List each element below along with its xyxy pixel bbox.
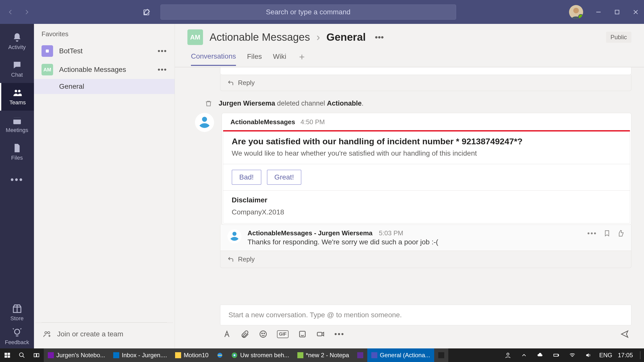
message-item: ActionableMessages 4:50 PM Are you satis…: [195, 113, 631, 225]
add-tab-icon[interactable]: ＋: [297, 51, 306, 67]
channel-main: AM Actionable Messages › General ••• Pub…: [175, 24, 644, 348]
show-desktop[interactable]: [640, 351, 640, 359]
message-card: ActionableMessages 4:50 PM Are you satis…: [222, 113, 631, 225]
input-language[interactable]: ENG: [599, 352, 612, 359]
taskbar-search[interactable]: [15, 348, 29, 362]
tab-conversations[interactable]: Conversations: [191, 52, 236, 66]
rail-feedback[interactable]: Feedback: [0, 325, 34, 348]
join-create-team[interactable]: Join or create a team: [35, 323, 173, 348]
taskbar-app-ie[interactable]: [213, 348, 227, 362]
window-close-icon[interactable]: [632, 9, 639, 15]
nav-forward-icon[interactable]: [24, 9, 30, 15]
taskbar-app-notepadpp[interactable]: *new 2 - Notepa: [293, 348, 353, 362]
bot-avatar-icon: [197, 115, 212, 130]
meetnow-icon[interactable]: [316, 330, 325, 338]
rail-label: Store: [10, 315, 24, 322]
taskview-icon: [33, 352, 40, 358]
window-maximize-icon[interactable]: [614, 9, 620, 15]
bookmark-icon[interactable]: [603, 230, 611, 237]
windows-taskbar: Jurgen's Notebo... Inbox - Jurgen.... Mo…: [0, 348, 644, 362]
compose-icon[interactable]: [143, 8, 150, 16]
compose-input[interactable]: Start a new conversation. Type @ to ment…: [220, 305, 631, 325]
tray-chevron-icon[interactable]: [519, 348, 529, 362]
tab-files[interactable]: Files: [247, 53, 262, 65]
clock[interactable]: 17:05: [618, 352, 633, 359]
system-text: deleted channel: [275, 100, 327, 107]
reply-arrow-icon: [227, 80, 234, 86]
taskbar-app-vs[interactable]: [353, 348, 367, 362]
team-more-icon[interactable]: •••: [157, 65, 167, 74]
format-icon[interactable]: [223, 330, 231, 338]
emoji-icon[interactable]: [259, 330, 267, 338]
taskbar-app-outlook[interactable]: Inbox - Jurgen....: [109, 348, 171, 362]
svg-point-7: [18, 90, 21, 92]
rail-activity[interactable]: Activity: [0, 28, 34, 55]
taskbar-app-teams[interactable]: General (Actiona...: [367, 348, 434, 362]
store-icon: [12, 304, 22, 314]
like-icon[interactable]: [617, 230, 624, 237]
team-initials: AM: [43, 67, 51, 73]
svg-rect-9: [13, 117, 21, 119]
attach-icon[interactable]: [241, 330, 249, 338]
people-icon[interactable]: [503, 348, 513, 362]
message-time: 4:50 PM: [300, 118, 325, 126]
team-item-actionable[interactable]: AM Actionable Messages •••: [34, 60, 175, 79]
svg-point-21: [262, 333, 262, 334]
user-avatar[interactable]: [569, 5, 583, 19]
rail-more[interactable]: •••: [0, 166, 34, 194]
channel-tabs: Conversations Files Wiki ＋: [175, 45, 644, 67]
reply-input-prev[interactable]: Reply: [220, 75, 631, 91]
breadcrumb-team[interactable]: Actionable Messages: [210, 31, 310, 43]
send-icon[interactable]: [620, 330, 629, 338]
taskbar-app-chrome[interactable]: Uw stromen beh...: [227, 348, 293, 362]
teams-app-icon: [371, 352, 377, 358]
rail-meetings[interactable]: Meetings: [0, 111, 34, 138]
nav-back-icon[interactable]: [8, 9, 14, 15]
svg-point-1: [573, 8, 579, 13]
sticker-icon[interactable]: [298, 330, 307, 338]
taskbar-app-explorer[interactable]: Motion10: [171, 348, 213, 362]
calendar-icon: [12, 115, 22, 125]
team-more-icon[interactable]: •••: [157, 47, 167, 55]
taskbar-label: Jurgen's Notebo...: [56, 352, 105, 359]
composer-more-icon[interactable]: •••: [334, 330, 345, 338]
volume-icon[interactable]: [583, 348, 594, 362]
folder-icon: [175, 352, 181, 358]
wifi-icon[interactable]: [567, 348, 578, 362]
start-button[interactable]: [0, 348, 15, 362]
system-tray: ENG 17:05: [503, 348, 644, 362]
adaptive-card: Are you satisfied with our handling of i…: [223, 130, 630, 223]
message-more-icon[interactable]: •••: [587, 229, 597, 237]
team-item-bottest[interactable]: BotTest •••: [34, 42, 175, 60]
svg-rect-38: [554, 354, 558, 356]
taskbar-app-onenote[interactable]: Jurgen's Notebo...: [44, 348, 109, 362]
channel-general[interactable]: General: [34, 79, 175, 94]
svg-point-36: [234, 354, 235, 356]
svg-rect-26: [8, 353, 10, 355]
ellipsis-icon: •••: [11, 174, 24, 185]
reply-input[interactable]: Reply: [220, 251, 631, 268]
channel-more-icon[interactable]: •••: [375, 32, 384, 42]
gif-icon[interactable]: GIF: [277, 330, 289, 338]
task-view[interactable]: [29, 348, 44, 362]
trash-icon: [205, 100, 212, 107]
window-minimize-icon[interactable]: [595, 9, 602, 15]
onedrive-icon[interactable]: [535, 348, 545, 362]
onenote-icon: [48, 352, 54, 358]
svg-rect-28: [8, 355, 10, 358]
search-input[interactable]: Search or type a command: [160, 5, 456, 20]
message-list[interactable]: Reply Jurgen Wiersema deleted channel Ac…: [175, 67, 644, 305]
composer-toolbar: GIF •••: [220, 325, 631, 346]
rail-label: Files: [11, 155, 23, 161]
rail-store[interactable]: Store: [0, 301, 34, 325]
card-action-bad[interactable]: Bad!: [232, 170, 261, 185]
battery-icon[interactable]: [551, 348, 561, 362]
chevron-right-icon: ›: [316, 31, 320, 43]
taskbar-app-terminal[interactable]: [434, 348, 448, 362]
rail-chat[interactable]: Chat: [0, 55, 34, 83]
taskbar-label: Inbox - Jurgen....: [122, 352, 167, 359]
rail-files[interactable]: Files: [0, 138, 34, 166]
rail-teams[interactable]: Teams: [0, 83, 34, 111]
tab-wiki[interactable]: Wiki: [273, 53, 286, 65]
card-action-great[interactable]: Great!: [267, 170, 302, 185]
